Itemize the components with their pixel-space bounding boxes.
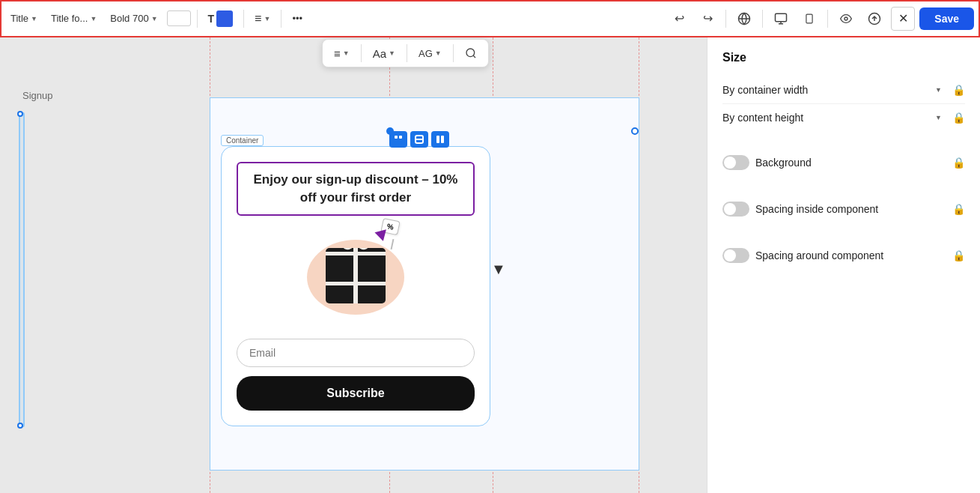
font-size-input[interactable]: 23 bbox=[167, 10, 191, 26]
container-width-dropdown[interactable]: ▼ bbox=[931, 84, 946, 96]
font-weight-label: Bold 700 bbox=[110, 13, 148, 24]
float-align-btn[interactable]: ≡ ▼ bbox=[330, 45, 353, 62]
undo-button[interactable]: ↩ bbox=[667, 7, 691, 31]
signup-card: Enjoy our sign-up discount – 10% off you… bbox=[221, 146, 490, 426]
container-width-row: By container width ▼ 🔒 bbox=[722, 76, 965, 104]
canvas-area: Signup Container ▼ bbox=[0, 37, 707, 493]
font-weight-dropdown[interactable]: Bold 700 ▼ bbox=[106, 10, 162, 27]
spacing-around-controls: 🔒 bbox=[952, 249, 965, 261]
spacing-inside-row: Spacing inside component 🔒 bbox=[722, 194, 965, 224]
title-chevron-icon: ▼ bbox=[31, 15, 37, 22]
gift-box: % bbox=[326, 248, 386, 306]
main-area: Signup Container ▼ bbox=[0, 37, 980, 493]
card-selection-handles bbox=[389, 131, 449, 148]
font-weight-chevron-icon: ▼ bbox=[151, 15, 158, 22]
content-height-text: By content height bbox=[722, 112, 803, 124]
separator-6 bbox=[827, 10, 828, 28]
save-button[interactable]: Save bbox=[919, 7, 974, 30]
sel-handle-bottom-left[interactable] bbox=[17, 423, 23, 429]
svg-rect-11 bbox=[441, 136, 444, 143]
more-options-btn[interactable]: ••• bbox=[287, 10, 307, 27]
spacing-inside-section: Spacing inside component 🔒 bbox=[722, 194, 965, 224]
spacing-around-section: Spacing around component 🔒 bbox=[722, 241, 965, 270]
sel-dot-top-right[interactable] bbox=[631, 127, 639, 135]
subscribe-button[interactable]: Subscribe bbox=[237, 376, 475, 411]
svg-rect-6 bbox=[395, 136, 398, 139]
gift-tag-string bbox=[391, 239, 395, 249]
float-textsize-btn[interactable]: Aa ▼ bbox=[369, 45, 399, 62]
publish-button[interactable] bbox=[862, 7, 886, 31]
content-height-lock-icon[interactable]: 🔒 bbox=[952, 112, 965, 124]
spacing-inside-toggle-knob bbox=[724, 203, 736, 215]
container-label: Container bbox=[221, 135, 264, 146]
sel-handle-3[interactable] bbox=[431, 131, 449, 148]
redo-button[interactable]: ↪ bbox=[696, 7, 719, 31]
float-align-chevron: ▼ bbox=[343, 49, 350, 57]
float-textsize-icon: Aa bbox=[373, 47, 386, 60]
top-toolbar: Title ▼ Title fo... ▼ Bold 700 ▼ 23 T ≡ … bbox=[0, 0, 980, 37]
spacing-inside-label-wrapper: Spacing inside component bbox=[722, 202, 878, 217]
size-section: Size By container width ▼ 🔒 By content h… bbox=[722, 51, 965, 131]
background-lock-icon[interactable]: 🔒 bbox=[952, 157, 965, 169]
spacing-inside-label-text: Spacing inside component bbox=[755, 203, 878, 215]
content-height-label: By content height bbox=[722, 112, 803, 124]
separator-3 bbox=[281, 10, 281, 28]
email-input[interactable] bbox=[237, 339, 475, 367]
container-width-lock-icon[interactable]: 🔒 bbox=[952, 84, 965, 96]
spacing-around-lock-icon[interactable]: 🔒 bbox=[952, 249, 965, 261]
svg-rect-10 bbox=[436, 136, 439, 143]
title-dropdown[interactable]: Title ▼ bbox=[6, 10, 42, 27]
mobile-view-button[interactable] bbox=[797, 7, 821, 31]
float-sep-2 bbox=[407, 44, 407, 62]
dropdown-arrow[interactable]: ▼ bbox=[491, 261, 506, 278]
svg-rect-1 bbox=[776, 13, 787, 22]
spacing-inside-toggle[interactable] bbox=[722, 202, 749, 217]
content-height-dropdown[interactable]: ▼ bbox=[931, 112, 946, 124]
svg-point-5 bbox=[466, 49, 475, 57]
title-label: Title bbox=[10, 13, 28, 24]
svg-point-3 bbox=[844, 17, 847, 20]
background-toggle-knob bbox=[724, 157, 736, 169]
floating-toolbar: ≡ ▼ Aa ▼ AG ▼ bbox=[322, 39, 489, 67]
desktop-view-button[interactable] bbox=[769, 7, 793, 31]
left-selection-bar bbox=[19, 112, 25, 427]
float-ag-btn[interactable]: AG ▼ bbox=[415, 46, 445, 61]
page-label: Signup bbox=[22, 90, 52, 101]
gift-body bbox=[326, 260, 386, 303]
text-t-icon: T bbox=[208, 13, 215, 25]
content-height-row: By content height ▼ 🔒 bbox=[722, 104, 965, 131]
float-align-icon: ≡ bbox=[334, 47, 341, 60]
float-sep-1 bbox=[361, 44, 362, 62]
background-label-text: Background bbox=[755, 157, 812, 169]
sel-handle-top-left[interactable] bbox=[17, 111, 23, 117]
float-search-btn[interactable] bbox=[461, 45, 481, 61]
align-dropdown[interactable]: ≡ ▼ bbox=[250, 9, 275, 28]
spacing-around-label-wrapper: Spacing around component bbox=[722, 248, 883, 263]
container-width-text: By container width bbox=[722, 84, 808, 96]
preview-button[interactable] bbox=[834, 7, 858, 31]
close-button[interactable]: ✕ bbox=[891, 7, 915, 31]
signup-title-text: Enjoy our sign-up discount – 10% off you… bbox=[249, 171, 463, 207]
align-chevron-icon: ▼ bbox=[264, 15, 270, 22]
globe-button[interactable] bbox=[732, 7, 756, 31]
spacing-around-toggle[interactable] bbox=[722, 248, 749, 263]
container-width-label: By container width bbox=[722, 84, 808, 96]
size-section-title: Size bbox=[722, 51, 965, 64]
float-ag-chevron: ▼ bbox=[435, 49, 442, 57]
gift-image-area: % bbox=[296, 225, 416, 330]
sel-handle-2[interactable] bbox=[410, 131, 428, 148]
text-color-btn[interactable]: T bbox=[204, 7, 238, 30]
color-swatch bbox=[216, 10, 233, 27]
container-width-controls: ▼ 🔒 bbox=[931, 84, 965, 96]
spacing-around-label-text: Spacing around component bbox=[755, 249, 883, 261]
float-ag-label: AG bbox=[419, 48, 433, 59]
float-sep-3 bbox=[453, 44, 454, 62]
spacing-inside-lock-icon[interactable]: 🔒 bbox=[952, 203, 965, 215]
content-height-controls: ▼ 🔒 bbox=[931, 112, 965, 124]
float-textsize-chevron: ▼ bbox=[389, 49, 395, 57]
sel-dot-top-left[interactable] bbox=[386, 127, 394, 135]
float-search-icon bbox=[465, 47, 477, 59]
background-toggle[interactable] bbox=[722, 155, 749, 170]
gift-lid bbox=[326, 248, 386, 260]
font-style-dropdown[interactable]: Title fo... ▼ bbox=[46, 10, 101, 27]
